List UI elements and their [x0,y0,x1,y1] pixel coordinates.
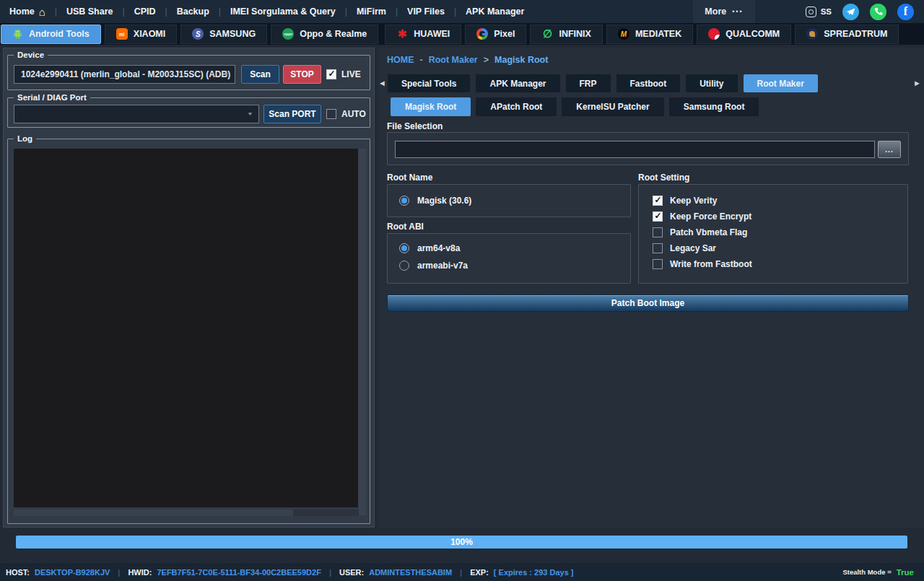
serial-port-select[interactable]: ▼ [14,105,259,123]
status-bar: HOST: DESKTOP-B928KJV | HWID: 7EFB7F51-7… [0,563,924,581]
tab-fastboot[interactable]: Fastboot [616,74,681,92]
mediatek-icon: M [618,28,629,40]
menu-item-usb-share[interactable]: USB Share [57,0,123,23]
device-panel: Device 1024e2990411 (merlin_global - M20… [3,48,375,528]
root-name-box: Magisk (30.6) [387,184,631,217]
checkbox-legacy-sar[interactable]: Legacy Sar [653,243,907,253]
screenshot-label: SS [821,7,832,16]
menu-item-cpid[interactable]: CPID [125,0,165,23]
log-groupbox: Log [7,139,370,524]
brand-tab-mediatek[interactable]: M MEDIATEK [606,25,693,44]
brand-tab-infinix[interactable]: ∅ INFINIX [530,25,602,44]
whatsapp-icon[interactable] [870,4,886,20]
tab-frp[interactable]: FRP [566,74,611,92]
scan-port-button[interactable]: Scan PORT [263,105,321,123]
breadcrumb: HOME - Root Maker > Magisk Root [387,55,548,65]
checkbox-unchecked-icon [653,259,663,269]
xiaomi-icon: mi [116,28,128,40]
device-select[interactable]: 1024e2990411 (merlin_global - M2003J15SC… [14,65,235,84]
tab-utility[interactable]: Utility [686,74,737,92]
subtab-samsung-root[interactable]: Samsung Root [669,97,759,116]
stop-button[interactable]: STOP [283,65,321,84]
live-checkbox[interactable]: LIVE [326,69,361,79]
stealth-mode-label: Stealth Mode = [842,568,891,576]
checkbox-patch-vbmeta-flag[interactable]: Patch Vbmeta Flag [653,227,907,237]
menu-item-home[interactable]: Home ⌂ [0,0,55,23]
setting-label: Legacy Sar [670,243,716,253]
exp-value: [ Expires : 293 Days ] [494,568,574,577]
tab-scroll-left-icon[interactable]: ◄ [378,79,386,87]
log-output[interactable] [14,149,359,507]
checkbox-keep-force-encrypt[interactable]: Keep Force Encrypt [653,211,907,222]
brand-tab-qualcomm[interactable]: QUALCOMM [697,25,791,44]
menu-item-vip-files[interactable]: VIP Files [398,0,454,23]
menu-item-backup[interactable]: Backup [167,0,219,23]
radio-armeabi-v7a[interactable]: armeabi-v7a [399,261,468,271]
user-value: ADMINTESTHESABIM [369,568,452,577]
brand-tab-spreadtrum[interactable]: SPREADTRUM [795,25,899,44]
more-menu[interactable]: More ••• [693,0,754,23]
root-abi-box: arm64-v8a armeabi-v7a [387,233,631,284]
breadcrumb-root-maker[interactable]: Root Maker [429,55,478,65]
more-dots-icon: ••• [732,8,743,15]
tab-root-maker[interactable]: Root Maker [744,74,818,92]
brand-tab-android-tools[interactable]: Android Tools [1,25,101,44]
radio-magisk[interactable]: Magisk (30.6) [399,196,471,206]
patch-boot-image-button[interactable]: Patch Boot Image [387,294,909,312]
auto-label: AUTO [341,109,366,119]
hwid-value: 7EFB7F51-7C0E-5111-BF34-00C2BEE59D2F [157,568,321,577]
tab-apk-manager[interactable]: APK Manager [476,74,559,92]
checkbox-keep-verity[interactable]: Keep Verity [653,196,907,206]
stealth-mode-value: True [897,568,914,577]
samsung-icon: S [192,28,204,40]
tab-special-tools[interactable]: Special Tools [388,74,470,92]
footer-separator: | [329,568,331,577]
device-groupbox: Device 1024e2990411 (merlin_global - M20… [7,55,370,90]
facebook-icon[interactable]: f [897,4,914,20]
subtab-apatch-root[interactable]: APatch Root [476,97,557,116]
screenshot-icon [806,6,816,17]
root-name-label: Root Name [387,172,432,183]
log-horizontal-scrollbar[interactable] [14,510,359,516]
brand-tab-samsung[interactable]: S SAMSUNG [180,25,267,44]
host-label: HOST: [6,568,30,577]
scrollbar-thumb[interactable] [14,510,293,516]
brand-tab-label: HUAWEI [414,29,450,39]
radio-arm64-v8a[interactable]: arm64-v8a [399,243,460,253]
setting-label: Patch Vbmeta Flag [670,227,747,237]
checkbox-checked-icon [653,211,663,222]
device-group-label: Device [14,50,48,60]
menu-item-imei-query[interactable]: IMEI Sorgulama & Query [221,0,345,23]
subtab-magisk-root[interactable]: Magisk Root [391,97,471,116]
serial-group-label: Serial / DIAG Port [14,92,90,102]
telegram-icon[interactable] [842,4,859,20]
brand-tab-oppo-realme[interactable]: oppo Oppo & Realme [271,25,378,44]
subtab-kernelsu-patcher[interactable]: KernelSU Patcher [562,97,663,116]
checkbox-unchecked-icon [653,243,663,253]
tab-scroll-right-icon[interactable]: ► [913,79,921,87]
menu-item-apk-manager[interactable]: APK Manager [456,0,533,23]
brand-tab-bar: Android Tools mi XIAOMI S SAMSUNG oppo O… [0,23,924,45]
menu-item-mifirm[interactable]: MiFirm [347,0,396,23]
brand-tab-label: Android Tools [29,29,90,39]
checkbox-write-from-fastboot[interactable]: Write from Fastboot [653,259,907,269]
log-vertical-scrollbar[interactable] [358,149,366,515]
breadcrumb-separator: - [420,55,423,65]
brand-tab-xiaomi[interactable]: mi XIAOMI [105,25,177,44]
home-icon: ⌂ [39,6,45,17]
brand-tab-pixel[interactable]: Pixel [465,25,526,44]
file-selection-label: File Selection [387,121,443,131]
scan-button[interactable]: Scan [241,65,279,84]
menu-label: Home [9,6,35,17]
auto-checkbox[interactable]: AUTO [326,109,366,119]
setting-label: Keep Force Encrypt [670,211,751,222]
file-path-input[interactable] [395,141,875,158]
topbar-icons: SS f [755,4,924,20]
brand-tab-huawei[interactable]: ✱ HUAWEI [385,25,461,44]
browse-button[interactable]: ... [878,141,901,158]
log-group-label: Log [14,134,36,144]
screenshot-button[interactable]: SS [806,6,832,17]
radio-selected-icon [399,196,409,206]
chevron-down-icon: ▼ [247,111,253,117]
breadcrumb-home[interactable]: HOME [387,55,414,65]
